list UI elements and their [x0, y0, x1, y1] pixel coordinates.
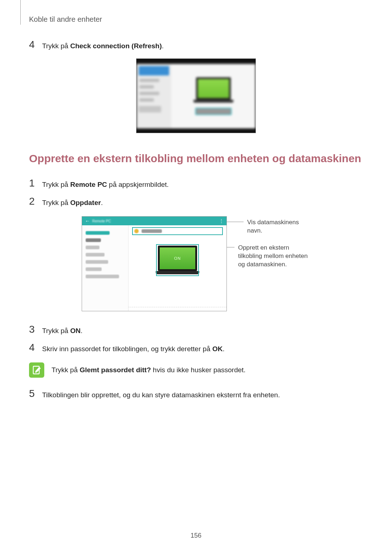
figure1-topbar: [136, 59, 256, 64]
step-4b: 4 Skriv inn passordet for tilkoblingen, …: [29, 342, 363, 354]
callout-2: Opprett en ekstern tilkobling mellom enh…: [227, 244, 310, 269]
figure2-title: Remote PC: [92, 219, 111, 223]
section-heading: Opprette en ekstern tilkobling mellom en…: [29, 151, 363, 166]
text-bold: Glemt passordet ditt?: [79, 366, 151, 374]
step-text: Trykk på ON.: [42, 324, 82, 336]
figure-1-device: [136, 58, 256, 133]
page-content: Koble til andre enheter 4 Trykk på Check…: [0, 0, 392, 421]
text-pre: Trykk på: [42, 327, 70, 335]
text-pre: Trykk på: [42, 181, 70, 188]
back-arrow-icon: ←: [85, 218, 90, 224]
step-text: Trykk på Remote PC på appskjermbildet.: [42, 178, 169, 190]
text-pre: Skriv inn passordet for tilkoblingen, og…: [42, 345, 212, 353]
step-number: 4: [29, 40, 37, 50]
text-post: .: [81, 327, 82, 335]
note-text: Trykk på Glemt passordet ditt? hvis du i…: [52, 362, 246, 374]
menu-dots-icon: ⋮: [219, 218, 224, 223]
figure1-sidebar: [136, 64, 171, 128]
step-text: Trykk på Check connection (Refresh).: [42, 40, 164, 51]
step-number: 2: [29, 196, 37, 206]
step-number: 4: [29, 342, 37, 353]
step-text: Trykk på Oppdater.: [42, 196, 103, 208]
callout-line: [227, 222, 244, 222]
highlight-laptop: [156, 244, 199, 276]
header-rule: [20, 0, 21, 25]
breadcrumb: Koble til andre enheter: [29, 15, 363, 24]
figure-2-device: ← Remote PC ⋮: [82, 216, 227, 311]
step-number: 3: [29, 324, 37, 335]
text-pre: Trykk på: [52, 366, 79, 374]
figure2-titlebar: ← Remote PC ⋮: [82, 217, 226, 225]
text-bold: OK: [212, 345, 223, 353]
step-5: 5 Tilkoblingen blir opprettet, og du kan…: [29, 389, 363, 400]
step-4a: 4 Trykk på Check connection (Refresh).: [29, 40, 363, 51]
callout-text: Opprett en ekstern tilkobling mellom enh…: [234, 244, 310, 269]
figure2-sidebar: [82, 225, 128, 311]
text-post: på appskjermbildet.: [107, 181, 169, 188]
step-1: 1 Trykk på Remote PC på appskjermbildet.: [29, 178, 363, 190]
check-connection-button: [195, 108, 232, 115]
figure2-divider: [128, 307, 226, 307]
callout-line: [227, 247, 234, 247]
text-pre: Trykk på: [42, 199, 70, 206]
figure1-main: [171, 64, 256, 128]
text-bold: Check connection (Refresh): [70, 42, 162, 50]
note-icon: [29, 362, 44, 378]
text-post: .: [101, 199, 103, 206]
text-post: .: [162, 42, 164, 50]
figure1-bottombar: [136, 128, 256, 133]
step-number: 5: [29, 389, 37, 399]
laptop-icon: [193, 77, 233, 104]
text-pre: Trykk på: [42, 42, 70, 50]
text-bold: ON: [70, 327, 81, 335]
step-3: 3 Trykk på ON.: [29, 324, 363, 336]
figure2-main: ON: [128, 225, 226, 311]
callout-text: Vis datamaskinens navn.: [244, 218, 310, 235]
callouts: Vis datamaskinens navn. Opprett en ekste…: [227, 216, 310, 269]
figure-1: [29, 58, 363, 133]
figure-2-wrap: ← Remote PC ⋮: [29, 216, 363, 311]
callout-1: Vis datamaskinens navn.: [227, 218, 310, 235]
page-number: 156: [191, 532, 201, 539]
step-2: 2 Trykk på Oppdater.: [29, 196, 363, 208]
note: Trykk på Glemt passordet ditt? hvis du i…: [29, 362, 363, 378]
text-bold: Remote PC: [70, 181, 107, 188]
text-bold: Oppdater: [70, 199, 101, 206]
highlight-name: [132, 227, 223, 235]
text-post: .: [222, 345, 224, 353]
text-post: hvis du ikke husker passordet.: [151, 366, 246, 374]
step-number: 1: [29, 178, 37, 188]
step-text: Tilkoblingen blir opprettet, og du kan s…: [42, 389, 280, 400]
step-text: Skriv inn passordet for tilkoblingen, og…: [42, 342, 225, 354]
